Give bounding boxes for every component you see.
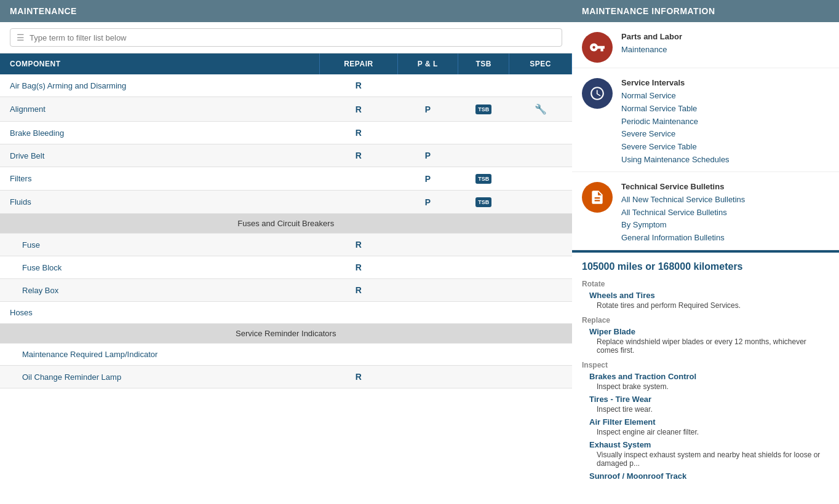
- pl-cell: [397, 74, 458, 97]
- filter-icon: ☰: [17, 33, 25, 42]
- parts-labor-section: Parts and Labor Maintenance: [572, 22, 839, 68]
- overlay-sections: RotateWheels and TiresRotate tires and p…: [582, 280, 829, 481]
- pl-badge: P: [425, 174, 431, 184]
- tsb-badge[interactable]: TSB: [475, 104, 491, 114]
- overlay-item-title[interactable]: Wheels and Tires: [589, 291, 829, 300]
- component-cell[interactable]: Relay Box: [0, 279, 320, 302]
- severe-service-link[interactable]: Severe Service: [621, 128, 730, 141]
- tsb-cell: [458, 122, 509, 144]
- overlay-item-title[interactable]: Sunroof / Moonroof Track: [589, 471, 829, 481]
- spec-cell: [509, 167, 572, 191]
- spec-cell: [509, 279, 572, 302]
- overlay-item-title[interactable]: Air Filter Element: [589, 417, 829, 427]
- maintenance-table: COMPONENT REPAIR P & L TSB SPEC Air Bag(…: [0, 53, 572, 388]
- spec-cell: [509, 234, 572, 256]
- schedule-icon: [589, 85, 605, 101]
- tsb-section: Technical Service Bulletins All New Tech…: [572, 172, 839, 250]
- pl-cell: [397, 302, 458, 324]
- repair-badge: R: [356, 372, 362, 382]
- general-info-bulletins-link[interactable]: General Information Bulletins: [621, 232, 745, 245]
- pl-cell: [397, 279, 458, 302]
- right-panel-header: MAINTENANCE INFORMATION: [572, 0, 839, 22]
- overlay-title: 105000 miles or 168000 kilometers: [582, 261, 829, 272]
- repair-cell: R: [320, 74, 398, 97]
- table-row: FuseR: [0, 234, 572, 256]
- overlay-item-desc: Rotate tires and perform Required Servic…: [597, 301, 829, 310]
- all-new-tsb-link[interactable]: All New Technical Service Bulletins: [621, 194, 745, 207]
- pl-badge: P: [425, 197, 431, 207]
- spec-cell: [509, 256, 572, 279]
- tsb-cell: [458, 144, 509, 167]
- by-symptom-link[interactable]: By Symptom: [621, 219, 745, 232]
- pl-cell: P: [397, 144, 458, 167]
- overlay-item-title[interactable]: Wiper Blade: [589, 327, 829, 336]
- tsb-doc-icon: [589, 189, 605, 205]
- tsb-badge[interactable]: TSB: [475, 197, 491, 207]
- tsb-cell: TSB: [458, 97, 509, 122]
- pl-cell: [397, 234, 458, 256]
- overlay-section-heading: Inspect: [582, 361, 829, 369]
- overlay-item-desc: Visually inspect exhaust system and near…: [597, 451, 829, 468]
- periodic-maintenance-link[interactable]: Periodic Maintenance: [621, 116, 730, 128]
- pl-cell: [397, 366, 458, 388]
- component-cell[interactable]: Drive Belt: [0, 144, 320, 167]
- pl-cell: P: [397, 167, 458, 191]
- component-cell[interactable]: Filters: [0, 167, 320, 191]
- repair-badge: R: [356, 104, 362, 114]
- component-cell[interactable]: Oil Change Reminder Lamp: [0, 366, 320, 388]
- repair-cell: [320, 191, 398, 214]
- component-cell[interactable]: Hoses: [0, 302, 320, 324]
- spec-cell: [509, 302, 572, 324]
- filter-bar: ☰: [0, 22, 572, 53]
- wrench-icon[interactable]: 🔧: [535, 103, 547, 115]
- repair-cell: [320, 167, 398, 191]
- table-row: Brake BleedingR: [0, 122, 572, 144]
- table-row: Drive BeltRP: [0, 144, 572, 167]
- component-cell[interactable]: Fuse: [0, 234, 320, 256]
- pl-cell: [397, 122, 458, 144]
- overlay-section-heading: Replace: [582, 316, 829, 325]
- overlay-item-title[interactable]: Brakes and Traction Control: [589, 372, 829, 381]
- table-row: Fuse BlockR: [0, 256, 572, 279]
- component-cell[interactable]: Brake Bleeding: [0, 122, 320, 144]
- repair-cell: R: [320, 279, 398, 302]
- component-cell[interactable]: Maintenance Required Lamp/Indicator: [0, 344, 320, 366]
- component-cell[interactable]: Air Bag(s) Arming and Disarming: [0, 74, 320, 97]
- filter-input-wrap: ☰: [10, 28, 562, 47]
- severe-service-table-link[interactable]: Severe Service Table: [621, 141, 730, 154]
- normal-service-table-link[interactable]: Normal Service Table: [621, 103, 730, 116]
- col-pl: P & L: [397, 53, 458, 74]
- parts-labor-maintenance-link[interactable]: Maintenance: [621, 44, 682, 57]
- pl-cell: [397, 344, 458, 366]
- repair-cell: R: [320, 122, 398, 144]
- repair-cell: R: [320, 144, 398, 167]
- table-group-row: Service Reminder Indicators: [0, 324, 572, 344]
- component-cell[interactable]: Fuse Block: [0, 256, 320, 279]
- table-row: Relay BoxR: [0, 279, 572, 302]
- parts-labor-title: Parts and Labor: [621, 32, 682, 41]
- overlay-item-desc: Inspect brake system.: [597, 382, 829, 391]
- overlay-item-desc: Inspect engine air cleaner filter.: [597, 428, 829, 436]
- spec-cell: [509, 344, 572, 366]
- pl-cell: [397, 256, 458, 279]
- all-tsb-link[interactable]: All Technical Service Bulletins: [621, 207, 745, 219]
- tsb-badge[interactable]: TSB: [475, 174, 491, 184]
- spec-cell: [509, 366, 572, 388]
- tsb-cell: [458, 302, 509, 324]
- search-input[interactable]: [30, 33, 555, 42]
- col-tsb: TSB: [458, 53, 509, 74]
- component-cell[interactable]: Fluids: [0, 191, 320, 214]
- overlay-item-title[interactable]: Tires - Tire Wear: [589, 395, 829, 404]
- col-component: COMPONENT: [0, 53, 320, 74]
- spec-cell: [509, 144, 572, 167]
- table-row: Oil Change Reminder LampR: [0, 366, 572, 388]
- component-cell[interactable]: Alignment: [0, 97, 320, 122]
- table-row: Maintenance Required Lamp/Indicator: [0, 344, 572, 366]
- tsb-cell: TSB: [458, 167, 509, 191]
- using-maintenance-schedules-link[interactable]: Using Maintenance Schedules: [621, 154, 730, 167]
- overlay-item-title[interactable]: Exhaust System: [589, 440, 829, 449]
- repair-badge: R: [356, 285, 362, 295]
- spec-cell: [509, 74, 572, 97]
- normal-service-link[interactable]: Normal Service: [621, 90, 730, 103]
- tsb-content: Technical Service Bulletins All New Tech…: [621, 182, 745, 245]
